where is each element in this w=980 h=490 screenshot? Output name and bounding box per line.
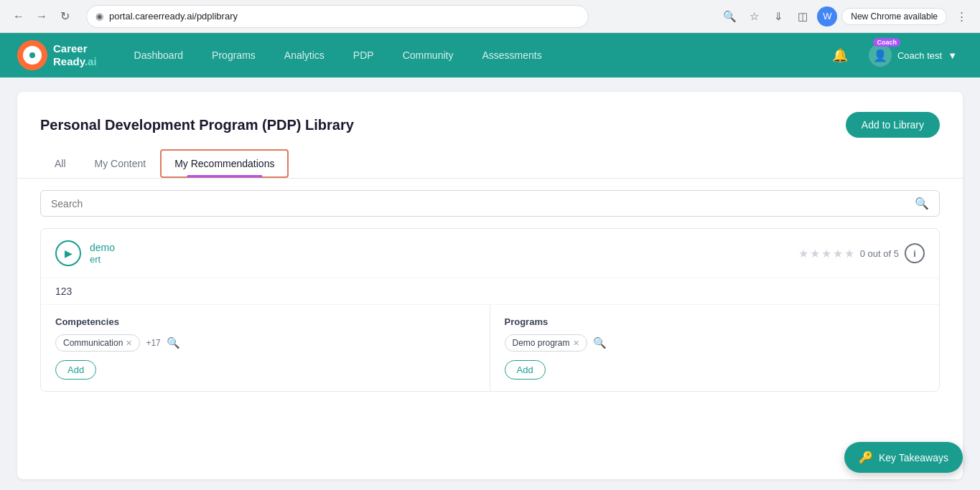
add-to-library-button[interactable]: Add to Library	[846, 112, 940, 138]
nav-community[interactable]: Community	[388, 33, 468, 77]
key-takeaways-button[interactable]: 🔑 Key Takeaways	[844, 442, 963, 473]
star-3: ★	[821, 247, 831, 260]
play-button[interactable]: ▶	[55, 240, 81, 266]
programs-add-button[interactable]: Add	[505, 360, 546, 380]
item-subtitle[interactable]: ert	[90, 254, 101, 265]
coach-badge: Coach	[873, 38, 900, 47]
bookmark-icon[interactable]: ☆	[744, 6, 764, 27]
logo-inner	[23, 46, 42, 65]
user-avatar: 👤 Coach	[869, 44, 892, 67]
nav-programs[interactable]: Programs	[197, 33, 270, 77]
content-card: ▶ demo ert ★ ★ ★ ★ ★ 0 out of 5 i 123	[40, 228, 940, 392]
new-chrome-button[interactable]: New Chrome available	[841, 8, 947, 25]
programs-label: Programs	[505, 316, 925, 327]
browser-chrome: ← → ↻ ◉ portal.careerready.ai/pdplibrary…	[0, 0, 980, 33]
program-tag-close-icon[interactable]: ✕	[573, 339, 579, 348]
competency-tag-close-icon[interactable]: ✕	[126, 339, 132, 348]
tab-my-content[interactable]: My Content	[80, 149, 161, 178]
logo-suffix: .ai	[85, 55, 97, 67]
search-row: 🔍	[17, 179, 963, 228]
logo-line2: Ready.ai	[53, 55, 97, 68]
nav-pdp[interactable]: PDP	[339, 33, 388, 77]
logo-line1: Career	[53, 42, 97, 55]
url-text: portal.careerready.ai/pdplibrary	[109, 11, 238, 22]
logo-text: Career Ready.ai	[53, 42, 97, 68]
search-browser-icon[interactable]: 🔍	[719, 6, 739, 27]
notifications-bell-icon[interactable]: 🔔	[829, 44, 851, 67]
logo-dot	[29, 52, 35, 58]
competencies-add-button[interactable]: Add	[55, 360, 96, 380]
download-icon[interactable]: ⇓	[768, 6, 788, 27]
item-number: 123	[55, 286, 72, 297]
browser-nav-buttons: ← → ↻	[9, 6, 75, 27]
programs-tags-row: Demo program ✕ 🔍	[505, 334, 925, 352]
avatar: W	[817, 6, 837, 27]
menu-icon[interactable]: ⋮	[951, 6, 971, 27]
plus-count-badge: +17	[146, 338, 160, 348]
search-input[interactable]	[51, 198, 909, 209]
item-rating: ★ ★ ★ ★ ★ 0 out of 5 i	[798, 243, 925, 263]
chevron-down-icon: ▼	[948, 50, 957, 61]
tab-all[interactable]: All	[40, 149, 80, 178]
program-tag-demo: Demo program ✕	[505, 334, 587, 352]
nav-links: Dashboard Programs Analytics PDP Communi…	[120, 33, 829, 77]
logo-icon	[17, 40, 47, 70]
star-1: ★	[798, 247, 808, 260]
page-header: Personal Development Program (PDP) Libra…	[17, 92, 963, 138]
stars: ★ ★ ★ ★ ★	[798, 247, 854, 260]
back-button[interactable]: ←	[9, 6, 29, 27]
nav-dashboard[interactable]: Dashboard	[120, 33, 198, 77]
competencies-label: Competencies	[55, 316, 475, 327]
main-content: Personal Development Program (PDP) Libra…	[17, 92, 963, 479]
address-bar[interactable]: ◉ portal.careerready.ai/pdplibrary	[86, 5, 589, 28]
key-takeaways-label: Key Takeaways	[879, 452, 948, 463]
programs-search-icon[interactable]: 🔍	[593, 336, 607, 349]
security-icon: ◉	[95, 11, 103, 22]
star-2: ★	[810, 247, 820, 260]
programs-section: Programs Demo program ✕ 🔍 Add	[490, 305, 940, 391]
competencies-section: Competencies Communication ✕ +17 🔍 Add	[41, 305, 490, 391]
browser-actions: 🔍 ☆ ⇓ ◫ W New Chrome available ⋮	[719, 6, 971, 27]
competency-tag-communication: Communication ✕	[55, 334, 140, 352]
star-5: ★	[844, 247, 854, 260]
logo-area: Career Ready.ai	[17, 40, 97, 70]
extensions-icon[interactable]: ◫	[793, 6, 813, 27]
reload-button[interactable]: ↻	[55, 6, 75, 27]
competency-tag-text: Communication	[63, 338, 123, 348]
item-row: ▶ demo ert ★ ★ ★ ★ ★ 0 out of 5 i	[41, 229, 939, 278]
search-icon[interactable]: 🔍	[915, 197, 929, 210]
user-menu-button[interactable]: 👤 Coach Coach test ▼	[863, 41, 963, 70]
bottom-row: Competencies Communication ✕ +17 🔍 Add P…	[41, 305, 939, 391]
forward-button[interactable]: →	[32, 6, 52, 27]
tab-my-recommendations[interactable]: My Recommendations	[160, 149, 289, 178]
nav-assessments[interactable]: Assessments	[467, 33, 556, 77]
star-4: ★	[833, 247, 843, 260]
user-icon-symbol: 👤	[873, 49, 887, 62]
competencies-search-icon[interactable]: 🔍	[167, 336, 180, 349]
nav-right: 🔔 👤 Coach Coach test ▼	[829, 41, 963, 70]
info-button[interactable]: i	[905, 243, 925, 263]
rating-text: 0 out of 5	[860, 248, 899, 259]
app-nav: Career Ready.ai Dashboard Programs Analy…	[0, 33, 980, 77]
nav-analytics[interactable]: Analytics	[270, 33, 339, 77]
page-title: Personal Development Program (PDP) Libra…	[40, 117, 354, 133]
competencies-tags-row: Communication ✕ +17 🔍	[55, 334, 475, 352]
key-icon: 🔑	[859, 451, 873, 464]
item-info: demo ert	[90, 242, 790, 265]
search-box: 🔍	[40, 190, 940, 217]
number-row: 123	[41, 278, 939, 305]
tabs-row: All My Content My Recommendations	[17, 149, 963, 179]
user-name: Coach test	[897, 50, 942, 61]
item-title[interactable]: demo	[90, 242, 790, 253]
program-tag-text: Demo program	[513, 338, 570, 348]
